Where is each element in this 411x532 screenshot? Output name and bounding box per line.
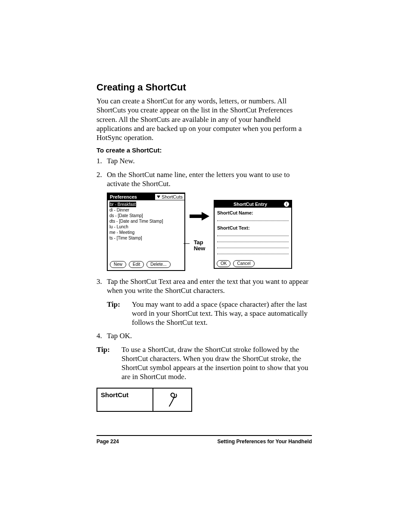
arrow-caption-line2: New: [194, 246, 206, 252]
shortcut-text-label: ShortCut Text:: [217, 225, 289, 230]
shortcut-text-field[interactable]: [217, 250, 289, 254]
page-heading: Creating a ShortCut: [97, 82, 312, 93]
tip-inner-text: You may want to add a space (space chara…: [132, 300, 312, 327]
procedure-heading: To create a ShortCut:: [97, 146, 312, 154]
arrow-callout: Tap New: [190, 212, 209, 251]
shortcut-text-field[interactable]: [217, 244, 289, 248]
new-button[interactable]: New: [110, 261, 126, 268]
step-1: Tap New.: [97, 156, 312, 165]
list-item[interactable]: me - Meeting: [109, 230, 183, 235]
shortcut-text-field[interactable]: [217, 238, 289, 242]
page-footer: Page 224 Setting Preferences for Your Ha…: [97, 435, 312, 445]
svg-rect-1: [190, 215, 202, 218]
footer-section-title: Setting Preferences for Your Handheld: [217, 439, 312, 445]
shortcut-name-field[interactable]: [217, 217, 289, 221]
screen1-dropdown[interactable]: ShortCuts: [154, 194, 184, 200]
footer-page-number: Page 224: [97, 439, 119, 445]
list-item[interactable]: br - Breakfast: [109, 202, 136, 207]
svg-marker-2: [202, 212, 209, 221]
shortcut-entry-screen: ShortCut Entry i ShortCut Name: ShortCut…: [214, 200, 292, 269]
tip-label: Tip:: [107, 300, 132, 327]
delete-button[interactable]: Delete...: [146, 261, 170, 268]
tip-label: Tip:: [97, 345, 121, 382]
figure-row: Preferences ShortCuts br - Breakfast di …: [107, 193, 312, 271]
screen1-title: Preferences: [108, 193, 139, 200]
arrow-caption-line1: Tap: [194, 240, 206, 246]
shortcut-list[interactable]: br - Breakfast di - Dinner ds - [Date St…: [108, 200, 184, 259]
screen2-title: ShortCut Entry: [217, 202, 284, 207]
shortcut-box-label: ShortCut: [97, 389, 153, 411]
ok-button[interactable]: OK: [217, 260, 230, 267]
tip-outer-text: To use a ShortCut, draw the ShortCut str…: [121, 345, 312, 382]
tip-outer: Tip: To use a ShortCut, draw the ShortCu…: [97, 345, 312, 382]
shortcut-stroke-box: ShortCut: [97, 388, 192, 412]
shortcut-text-field[interactable]: [217, 232, 289, 236]
shortcut-name-label: ShortCut Name:: [217, 210, 289, 215]
tip-inner: Tip: You may want to add a space (space …: [107, 300, 312, 327]
chevron-down-icon: [157, 196, 160, 198]
info-icon[interactable]: i: [284, 202, 289, 207]
list-item[interactable]: ds - [Date Stamp]: [109, 213, 183, 218]
step-3: Tap the ShortCut Text area and enter the…: [97, 277, 312, 296]
list-item[interactable]: di - Dinner: [109, 207, 183, 213]
intro-paragraph: You can create a ShortCut for any words,…: [97, 96, 312, 142]
cancel-button[interactable]: Cancel: [233, 260, 254, 267]
shortcut-stroke-icon: [153, 389, 191, 411]
list-item[interactable]: lu - Lunch: [109, 224, 183, 230]
svg-marker-0: [157, 196, 160, 198]
list-item[interactable]: dts - [Date and Time Stamp]: [109, 218, 183, 224]
screen1-dropdown-label: ShortCuts: [162, 194, 183, 199]
preferences-screen: Preferences ShortCuts br - Breakfast di …: [107, 193, 185, 271]
list-item[interactable]: ts - [Time Stamp]: [109, 235, 183, 241]
edit-button[interactable]: Edit: [129, 261, 144, 268]
arrow-icon: [190, 212, 209, 221]
step-2: On the ShortCut name line, enter the let…: [97, 170, 312, 189]
step-4: Tap OK.: [97, 331, 312, 340]
